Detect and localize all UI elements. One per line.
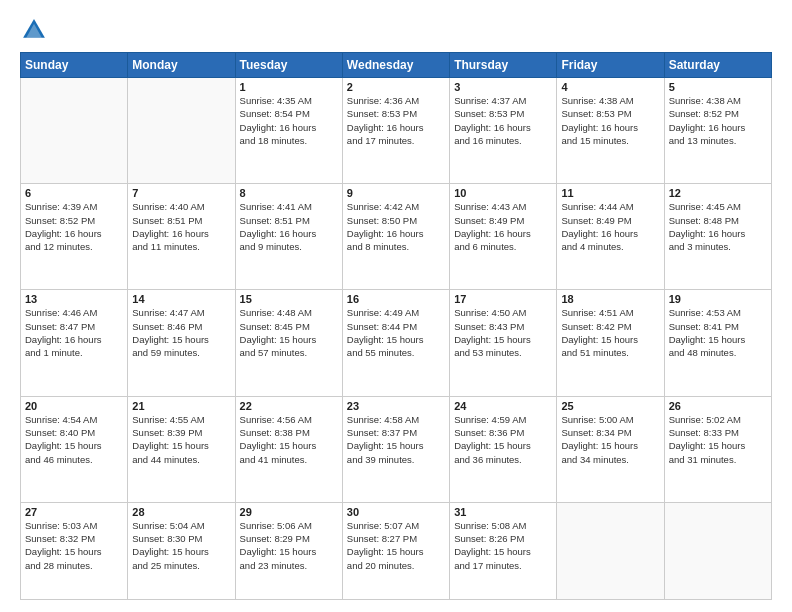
day-info: Sunrise: 4:56 AM Sunset: 8:38 PM Dayligh… xyxy=(240,413,338,466)
day-number: 30 xyxy=(347,506,445,518)
logo-icon xyxy=(20,16,48,44)
calendar-cell: 5Sunrise: 4:38 AM Sunset: 8:52 PM Daylig… xyxy=(664,78,771,184)
calendar-cell: 15Sunrise: 4:48 AM Sunset: 8:45 PM Dayli… xyxy=(235,290,342,396)
calendar-week-1: 1Sunrise: 4:35 AM Sunset: 8:54 PM Daylig… xyxy=(21,78,772,184)
calendar-cell: 31Sunrise: 5:08 AM Sunset: 8:26 PM Dayli… xyxy=(450,502,557,599)
calendar-cell xyxy=(664,502,771,599)
col-header-monday: Monday xyxy=(128,53,235,78)
day-number: 8 xyxy=(240,187,338,199)
day-info: Sunrise: 4:42 AM Sunset: 8:50 PM Dayligh… xyxy=(347,200,445,253)
calendar-cell xyxy=(557,502,664,599)
day-number: 27 xyxy=(25,506,123,518)
day-number: 3 xyxy=(454,81,552,93)
day-number: 11 xyxy=(561,187,659,199)
day-number: 28 xyxy=(132,506,230,518)
day-info: Sunrise: 4:35 AM Sunset: 8:54 PM Dayligh… xyxy=(240,94,338,147)
day-info: Sunrise: 4:58 AM Sunset: 8:37 PM Dayligh… xyxy=(347,413,445,466)
day-number: 16 xyxy=(347,293,445,305)
day-info: Sunrise: 4:36 AM Sunset: 8:53 PM Dayligh… xyxy=(347,94,445,147)
col-header-thursday: Thursday xyxy=(450,53,557,78)
page: SundayMondayTuesdayWednesdayThursdayFrid… xyxy=(0,0,792,612)
calendar-cell: 6Sunrise: 4:39 AM Sunset: 8:52 PM Daylig… xyxy=(21,184,128,290)
day-number: 18 xyxy=(561,293,659,305)
calendar-cell: 10Sunrise: 4:43 AM Sunset: 8:49 PM Dayli… xyxy=(450,184,557,290)
day-number: 9 xyxy=(347,187,445,199)
day-info: Sunrise: 4:49 AM Sunset: 8:44 PM Dayligh… xyxy=(347,306,445,359)
calendar-cell: 21Sunrise: 4:55 AM Sunset: 8:39 PM Dayli… xyxy=(128,396,235,502)
day-number: 31 xyxy=(454,506,552,518)
day-info: Sunrise: 4:59 AM Sunset: 8:36 PM Dayligh… xyxy=(454,413,552,466)
calendar-cell: 8Sunrise: 4:41 AM Sunset: 8:51 PM Daylig… xyxy=(235,184,342,290)
calendar-cell: 28Sunrise: 5:04 AM Sunset: 8:30 PM Dayli… xyxy=(128,502,235,599)
calendar-week-3: 13Sunrise: 4:46 AM Sunset: 8:47 PM Dayli… xyxy=(21,290,772,396)
day-info: Sunrise: 4:53 AM Sunset: 8:41 PM Dayligh… xyxy=(669,306,767,359)
calendar-cell: 3Sunrise: 4:37 AM Sunset: 8:53 PM Daylig… xyxy=(450,78,557,184)
day-info: Sunrise: 5:00 AM Sunset: 8:34 PM Dayligh… xyxy=(561,413,659,466)
day-number: 19 xyxy=(669,293,767,305)
day-number: 12 xyxy=(669,187,767,199)
calendar-cell: 4Sunrise: 4:38 AM Sunset: 8:53 PM Daylig… xyxy=(557,78,664,184)
day-info: Sunrise: 4:39 AM Sunset: 8:52 PM Dayligh… xyxy=(25,200,123,253)
day-number: 7 xyxy=(132,187,230,199)
calendar-cell: 18Sunrise: 4:51 AM Sunset: 8:42 PM Dayli… xyxy=(557,290,664,396)
day-number: 5 xyxy=(669,81,767,93)
calendar-cell xyxy=(21,78,128,184)
calendar-cell: 19Sunrise: 4:53 AM Sunset: 8:41 PM Dayli… xyxy=(664,290,771,396)
header xyxy=(20,16,772,44)
day-info: Sunrise: 4:54 AM Sunset: 8:40 PM Dayligh… xyxy=(25,413,123,466)
calendar-cell: 13Sunrise: 4:46 AM Sunset: 8:47 PM Dayli… xyxy=(21,290,128,396)
day-info: Sunrise: 5:08 AM Sunset: 8:26 PM Dayligh… xyxy=(454,519,552,572)
calendar-cell: 16Sunrise: 4:49 AM Sunset: 8:44 PM Dayli… xyxy=(342,290,449,396)
col-header-sunday: Sunday xyxy=(21,53,128,78)
day-info: Sunrise: 4:38 AM Sunset: 8:53 PM Dayligh… xyxy=(561,94,659,147)
day-number: 25 xyxy=(561,400,659,412)
calendar-cell: 17Sunrise: 4:50 AM Sunset: 8:43 PM Dayli… xyxy=(450,290,557,396)
calendar-cell: 24Sunrise: 4:59 AM Sunset: 8:36 PM Dayli… xyxy=(450,396,557,502)
calendar-cell: 26Sunrise: 5:02 AM Sunset: 8:33 PM Dayli… xyxy=(664,396,771,502)
logo xyxy=(20,16,52,44)
calendar-cell: 20Sunrise: 4:54 AM Sunset: 8:40 PM Dayli… xyxy=(21,396,128,502)
day-info: Sunrise: 4:55 AM Sunset: 8:39 PM Dayligh… xyxy=(132,413,230,466)
day-number: 4 xyxy=(561,81,659,93)
day-number: 24 xyxy=(454,400,552,412)
calendar-cell: 23Sunrise: 4:58 AM Sunset: 8:37 PM Dayli… xyxy=(342,396,449,502)
calendar-header-row: SundayMondayTuesdayWednesdayThursdayFrid… xyxy=(21,53,772,78)
day-number: 22 xyxy=(240,400,338,412)
day-info: Sunrise: 4:46 AM Sunset: 8:47 PM Dayligh… xyxy=(25,306,123,359)
day-info: Sunrise: 4:50 AM Sunset: 8:43 PM Dayligh… xyxy=(454,306,552,359)
calendar-week-5: 27Sunrise: 5:03 AM Sunset: 8:32 PM Dayli… xyxy=(21,502,772,599)
day-number: 10 xyxy=(454,187,552,199)
calendar-cell: 25Sunrise: 5:00 AM Sunset: 8:34 PM Dayli… xyxy=(557,396,664,502)
calendar-cell: 2Sunrise: 4:36 AM Sunset: 8:53 PM Daylig… xyxy=(342,78,449,184)
day-info: Sunrise: 5:02 AM Sunset: 8:33 PM Dayligh… xyxy=(669,413,767,466)
day-info: Sunrise: 4:51 AM Sunset: 8:42 PM Dayligh… xyxy=(561,306,659,359)
day-number: 21 xyxy=(132,400,230,412)
day-info: Sunrise: 4:40 AM Sunset: 8:51 PM Dayligh… xyxy=(132,200,230,253)
day-info: Sunrise: 4:44 AM Sunset: 8:49 PM Dayligh… xyxy=(561,200,659,253)
day-number: 1 xyxy=(240,81,338,93)
calendar-week-2: 6Sunrise: 4:39 AM Sunset: 8:52 PM Daylig… xyxy=(21,184,772,290)
day-number: 20 xyxy=(25,400,123,412)
calendar-cell: 1Sunrise: 4:35 AM Sunset: 8:54 PM Daylig… xyxy=(235,78,342,184)
day-number: 17 xyxy=(454,293,552,305)
calendar: SundayMondayTuesdayWednesdayThursdayFrid… xyxy=(20,52,772,600)
col-header-tuesday: Tuesday xyxy=(235,53,342,78)
day-info: Sunrise: 4:48 AM Sunset: 8:45 PM Dayligh… xyxy=(240,306,338,359)
day-number: 23 xyxy=(347,400,445,412)
col-header-friday: Friday xyxy=(557,53,664,78)
day-number: 14 xyxy=(132,293,230,305)
calendar-cell: 30Sunrise: 5:07 AM Sunset: 8:27 PM Dayli… xyxy=(342,502,449,599)
day-info: Sunrise: 5:04 AM Sunset: 8:30 PM Dayligh… xyxy=(132,519,230,572)
day-number: 13 xyxy=(25,293,123,305)
calendar-cell: 11Sunrise: 4:44 AM Sunset: 8:49 PM Dayli… xyxy=(557,184,664,290)
day-number: 26 xyxy=(669,400,767,412)
calendar-cell: 14Sunrise: 4:47 AM Sunset: 8:46 PM Dayli… xyxy=(128,290,235,396)
col-header-saturday: Saturday xyxy=(664,53,771,78)
calendar-cell: 29Sunrise: 5:06 AM Sunset: 8:29 PM Dayli… xyxy=(235,502,342,599)
calendar-cell: 9Sunrise: 4:42 AM Sunset: 8:50 PM Daylig… xyxy=(342,184,449,290)
day-info: Sunrise: 4:47 AM Sunset: 8:46 PM Dayligh… xyxy=(132,306,230,359)
calendar-cell: 12Sunrise: 4:45 AM Sunset: 8:48 PM Dayli… xyxy=(664,184,771,290)
day-info: Sunrise: 4:37 AM Sunset: 8:53 PM Dayligh… xyxy=(454,94,552,147)
day-info: Sunrise: 5:06 AM Sunset: 8:29 PM Dayligh… xyxy=(240,519,338,572)
day-number: 2 xyxy=(347,81,445,93)
